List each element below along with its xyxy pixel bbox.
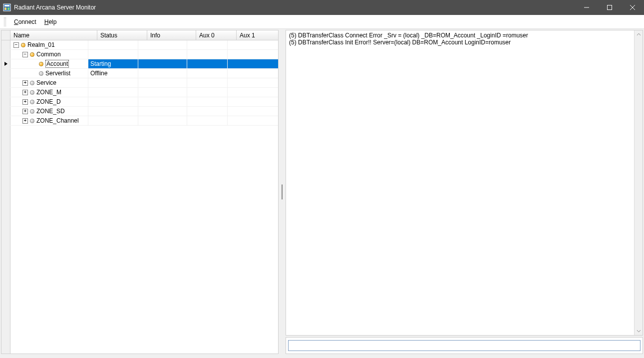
tree-cell-info [138,59,187,68]
svg-rect-5 [608,5,612,10]
status-bullet-icon [30,52,34,57]
app-icon [3,3,11,11]
tree-node-label: Service [36,79,56,86]
body: Name Status Info Aux 0 Aux 1 −Realm_01−C… [0,29,644,355]
menu-help[interactable]: Help [40,17,61,26]
tree-cell-name: Serverlist [1,69,88,78]
tree-cell-status: Offline [88,69,138,78]
column-name[interactable]: Name [10,30,97,40]
menubar: Connect Help [0,15,644,29]
tree-row[interactable]: +ZONE_Channel [1,116,278,126]
window-title: Radiant Arcana Server Monitor [14,4,96,11]
svg-marker-8 [4,62,7,66]
tree-cell-info [138,78,187,87]
titlebar: Radiant Arcana Server Monitor [0,0,644,15]
tree-cell-status [88,107,138,116]
tree-cell-aux0 [187,78,228,87]
expand-icon[interactable]: + [22,90,28,95]
status-bullet-icon [30,90,34,95]
tree-header: Name Status Info Aux 0 Aux 1 [1,30,278,40]
status-bullet-icon [30,81,34,85]
log-line: (5) DBTransferClass Init Error!! Server=… [289,39,634,46]
tree-cell-aux1 [228,88,278,97]
tree-node-label: Serverlist [45,70,70,77]
tree-cell-info [138,50,187,59]
column-info[interactable]: Info [147,30,196,40]
collapse-icon[interactable]: − [13,42,19,48]
tree-cell-name: −Realm_01 [1,40,88,49]
menu-help-rest: elp [48,18,56,25]
tree-cell-name: +Service [1,78,88,87]
scroll-down-icon[interactable] [635,327,643,335]
tree-row[interactable]: −Common [1,50,278,59]
status-strip [0,355,644,358]
tree-node-label: Account [45,60,69,68]
minimize-button[interactable] [575,0,598,15]
tree-row[interactable]: +ZONE_D [1,97,278,107]
tree-cell-aux1 [228,97,278,106]
tree-cell-info [138,69,187,78]
status-bullet-icon [30,109,34,114]
tree-node-label: Common [36,51,61,58]
tree-cell-name: +ZONE_SD [1,107,88,116]
tree-cell-aux1 [228,40,278,49]
tree-cell-status [88,88,138,97]
status-bullet-icon [30,119,34,123]
tree-cell-aux1 [228,59,278,68]
expand-icon[interactable]: + [22,99,28,105]
expand-icon[interactable]: + [22,80,28,86]
tree-cell-aux1 [228,50,278,59]
tree-body[interactable]: −Realm_01−CommonAccountStartingServerlis… [1,40,278,354]
tree-cell-aux0 [187,107,228,116]
tree-cell-aux1 [228,116,278,125]
column-aux1[interactable]: Aux 1 [237,30,278,40]
tree-row[interactable]: +ZONE_M [1,88,278,97]
column-status[interactable]: Status [97,30,147,40]
scroll-up-icon[interactable] [635,30,643,39]
command-panel [286,337,643,354]
tree-cell-info [138,107,187,116]
right-panel: (5) DBTransferClass Connect Error _Srv =… [286,30,643,354]
collapse-icon[interactable]: − [22,52,28,57]
expand-icon[interactable]: + [22,118,28,124]
tree-row[interactable]: +ZONE_SD [1,107,278,116]
tree-cell-status [88,78,138,87]
tree-cell-info [138,116,187,125]
tree-cell-status [88,40,138,49]
log-box[interactable]: (5) DBTransferClass Connect Error _Srv =… [286,30,643,336]
maximize-button[interactable] [598,0,621,15]
tree-node-label: ZONE_Channel [36,117,79,124]
tree-cell-name: −Common [1,50,88,59]
tree-cell-aux0 [187,97,228,106]
tree-row[interactable]: +Service [1,78,278,88]
tree-cell-aux1 [228,69,278,78]
tree-cell-aux0 [187,88,228,97]
tree-node-label: Realm_01 [27,41,55,48]
splitter[interactable] [281,30,284,354]
tree-row[interactable]: −Realm_01 [1,40,278,50]
column-aux0[interactable]: Aux 0 [196,30,237,40]
tree-row[interactable]: ServerlistOffline [1,69,278,78]
tree-cell-name: +ZONE_D [1,97,88,106]
tree-cell-name: Account [1,59,88,68]
menu-connect[interactable]: Connect [10,17,40,26]
tree-cell-aux1 [228,78,278,87]
tree-cell-aux0 [187,50,228,59]
tree-cell-aux0 [187,40,228,49]
tree-cell-info [138,40,187,49]
log-scrollbar[interactable] [634,30,643,335]
tree-cell-aux0 [187,59,228,68]
expand-icon[interactable]: + [22,109,28,114]
tree-cell-info [138,88,187,97]
menu-connect-rest: onnect [18,18,36,25]
tree-node-label: ZONE_M [36,89,61,96]
tree-row[interactable]: AccountStarting [1,59,278,69]
close-button[interactable] [621,0,644,15]
tree-node-label: ZONE_D [36,98,61,105]
svg-rect-2 [4,7,6,10]
status-bullet-icon [30,100,34,104]
tree-cell-status [88,50,138,59]
command-input[interactable] [288,340,641,351]
log-line: (5) DBTransferClass Connect Error _Srv =… [289,32,634,39]
status-bullet-icon [39,62,43,66]
